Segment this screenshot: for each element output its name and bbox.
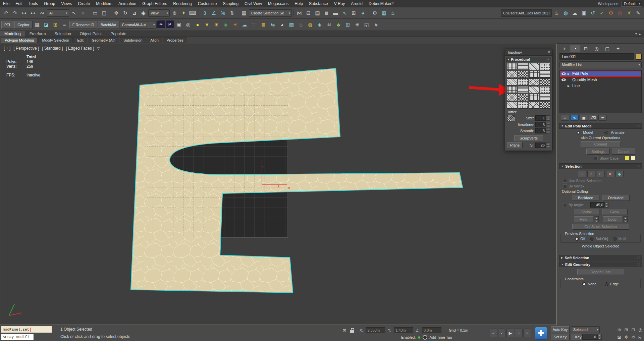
constraints-none-radio[interactable] [582, 282, 586, 286]
script-listener-icon[interactable]: ≡ [60, 20, 69, 29]
paint-connect-icon[interactable]: ▦ [33, 20, 42, 29]
expand-arrow-icon[interactable]: ▶ [568, 72, 571, 75]
project-path-field[interactable] [501, 9, 552, 17]
hierarchy-panel-tab-icon[interactable]: ⊟ [581, 45, 591, 52]
edit-named-selection-sets-icon[interactable]: ▦ [239, 8, 249, 17]
size-spinner[interactable]: 1 [535, 115, 550, 121]
modifier-stack-item-line[interactable]: ▶ Line [560, 83, 641, 89]
topology-pattern-20[interactable] [540, 94, 550, 101]
menu-item[interactable]: Rendering [170, 0, 195, 7]
unlink-selection-icon[interactable]: ⊷ [29, 8, 38, 17]
constraints-edge-radio[interactable] [605, 282, 608, 286]
x-coordinate-field[interactable] [366, 327, 385, 333]
debris-icon[interactable]: ✳ [353, 20, 362, 29]
ribbon-tab[interactable]: Populate [106, 31, 130, 37]
render-production-icon[interactable]: ♨ [388, 8, 397, 17]
enabled-indicator-icon[interactable] [423, 335, 427, 340]
display-panel-tab-icon[interactable]: ▢ [602, 45, 612, 52]
toggle-layer-explorer-icon[interactable]: ≣ [322, 8, 331, 17]
material-ball-icon[interactable]: ◕ [278, 20, 287, 29]
maxscript-mini-listener-script[interactable]: Array modifi [1, 333, 34, 340]
viewport-general-menu[interactable]: [ + ] [4, 46, 10, 51]
edit-geometry-header[interactable]: Edit Geometry [559, 262, 642, 267]
per-view-filter-icon[interactable]: ▽ [97, 47, 100, 50]
ribbon-section-button[interactable]: Properties [163, 37, 187, 43]
gear-icon[interactable]: ⚙ [606, 8, 615, 17]
curve-editor-icon[interactable]: ∿ [340, 8, 349, 17]
menu-item[interactable]: Tools [25, 0, 41, 7]
maximize-viewport-toggle-icon[interactable]: ◱ [637, 334, 644, 341]
scrapverts-button[interactable]: ScrapVerts [514, 135, 543, 141]
topology-pattern-17[interactable] [507, 94, 517, 101]
spinner-down-icon[interactable] [546, 145, 550, 148]
zoom-extents-icon[interactable]: ⊡ [630, 326, 637, 333]
sun-light-icon[interactable]: ☀ [212, 20, 221, 29]
topology-pattern-01[interactable] [507, 63, 517, 70]
close-icon[interactable]: × [548, 50, 550, 55]
activeshade-icon[interactable]: ◍ [561, 8, 570, 17]
topology-pattern-10[interactable] [518, 78, 528, 86]
batchmat-button[interactable]: BatchMat [98, 21, 119, 29]
proxy-icon[interactable]: ◈ [315, 20, 324, 29]
topology-pattern-11[interactable] [529, 78, 539, 86]
select-and-rotate-icon[interactable]: ↻ [121, 8, 130, 17]
topology-pattern-03[interactable] [529, 63, 539, 70]
isolate-selection-toggle-icon[interactable]: ⊡ [341, 327, 347, 333]
select-and-link-icon[interactable]: ⊶ [19, 8, 29, 17]
copitor-button[interactable]: Copitor [14, 21, 32, 29]
ribbon-config-icon[interactable]: ▾ [635, 32, 637, 36]
ribbon-tab[interactable]: Modeling [0, 31, 25, 37]
bind-to-space-warp-icon[interactable]: ∾ [38, 8, 47, 17]
polygon-subobject-icon[interactable]: ■ [606, 171, 614, 177]
modify-panel-tab-icon[interactable]: ◔ [570, 45, 580, 52]
spinner-up-icon[interactable] [546, 115, 550, 118]
menu-item[interactable]: V-Ray [331, 0, 348, 7]
tree-icon[interactable]: ♣ [221, 20, 230, 29]
topology-title-bar[interactable]: Topology × [505, 49, 552, 56]
z-coordinate-field[interactable] [422, 327, 441, 333]
render-setup-icon[interactable]: ⚙ [370, 8, 379, 17]
topology-pattern-23[interactable] [529, 102, 539, 109]
lightmeter-icon[interactable]: ☀ [625, 8, 634, 17]
ribbon-section-button[interactable]: Geometry (All) [88, 37, 119, 43]
ribbon-section-button[interactable]: Subdivision [120, 37, 146, 43]
backface-button[interactable]: Backface [572, 195, 599, 201]
reference-coordinate-dropdown[interactable]: View [148, 9, 170, 17]
key-set-dropdown[interactable]: Selected [571, 326, 600, 333]
percent-snap-toggle-icon[interactable]: % [218, 8, 227, 17]
corona-render-icon[interactable]: ☀ [157, 20, 165, 29]
pin-stack-icon[interactable]: ⊙ [561, 115, 569, 121]
menu-item[interactable]: Create [75, 0, 93, 7]
modifier-stack-item-edit-poly[interactable]: ▶ Edit Poly [560, 71, 641, 77]
ribbon-minimize-icon[interactable]: ▴ [639, 32, 641, 36]
snaps-toggle-3d-icon[interactable]: 3 [200, 8, 209, 17]
e-shaped-mesh[interactable] [131, 68, 463, 293]
check-icon[interactable]: ✓ [597, 8, 606, 17]
ribbon-tab[interactable]: Freeform [25, 31, 50, 37]
cage-color-swatch[interactable] [625, 156, 629, 160]
edge-subobject-icon[interactable]: ∕ [587, 171, 595, 177]
add-time-tag-label[interactable]: Add Time Tag [429, 335, 452, 339]
target-camera-icon[interactable]: ◎ [184, 20, 193, 29]
sphere-light-icon[interactable]: ◍ [306, 20, 315, 29]
topology-pattern-24[interactable] [540, 102, 550, 109]
blue-plus-button[interactable]: ✚ [535, 327, 547, 340]
workspaces-dropdown[interactable]: Default [621, 1, 642, 7]
schematic-view-icon[interactable]: ⊞ [349, 8, 358, 17]
menu-item[interactable]: Modifiers [93, 0, 115, 7]
script-icon[interactable]: ✎ [634, 8, 643, 17]
material-converter-icon[interactable]: ⇆ [268, 20, 277, 29]
orbit-viewport-icon[interactable]: ↺ [630, 334, 637, 341]
zoom-region-icon[interactable]: ⊠ [616, 334, 623, 341]
default-material-dropdown[interactable]: CoronaMtl-Aut [120, 21, 157, 29]
topology-pattern-06[interactable] [518, 71, 528, 78]
undo-icon[interactable]: ↶ [1, 8, 10, 17]
soft-selection-header[interactable]: Soft Selection [559, 255, 642, 261]
open-autodesk-app-icon[interactable]: ▣ [579, 8, 588, 17]
auto-key-button[interactable]: Auto Key [551, 326, 570, 333]
topology-pattern-09[interactable] [507, 78, 517, 86]
occluded-button[interactable]: Occluded [602, 195, 630, 201]
preview-off-radio[interactable] [575, 237, 579, 241]
material-editor-icon[interactable]: ◕ [358, 8, 367, 17]
perspective-viewport[interactable]: x [ + ] [ Perspective ] [ Standard ] [ E… [0, 44, 557, 325]
